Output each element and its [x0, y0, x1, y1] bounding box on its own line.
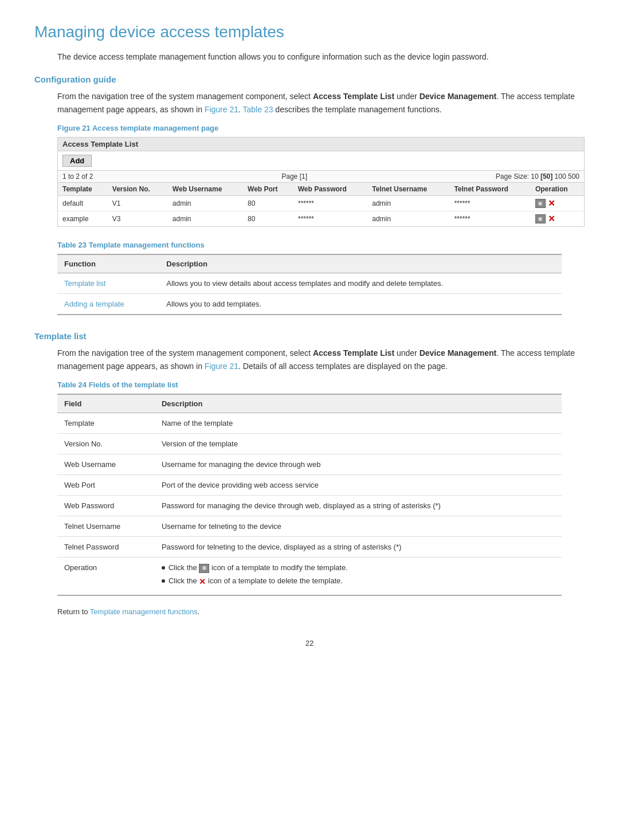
operation-cell: ⊞ ✕: [531, 211, 584, 227]
config-guide-heading: Configuration guide: [34, 74, 585, 84]
config-text-part2: under: [394, 92, 420, 101]
table-row: defaultV1admin80******admin****** ⊞ ✕: [58, 196, 584, 211]
col-template: Template: [58, 183, 108, 196]
desc-cell: Name of the template: [155, 413, 562, 433]
desc-cell: Password for managing the device through…: [155, 495, 562, 516]
table-cell: 80: [243, 196, 293, 211]
function-cell: Adding a template: [57, 294, 159, 315]
delete-inline-icon: ✕: [199, 576, 206, 586]
modify-icon[interactable]: ⊞: [535, 199, 546, 208]
template-list-text: From the navigation tree of the system m…: [57, 347, 585, 372]
table24: Field Description TemplateName of the te…: [57, 394, 562, 596]
field-cell: Web Password: [57, 495, 155, 516]
config-text-part5: describes the template management functi…: [273, 105, 441, 114]
template-mgmt-link[interactable]: Template management functions: [90, 607, 198, 616]
table-row: Template listAllows you to view details …: [57, 273, 562, 294]
config-text-part1: From the navigation tree of the system m…: [57, 92, 313, 101]
pagination-range: 1 to 2 of 2: [62, 172, 93, 180]
field-cell: Web Port: [57, 474, 155, 495]
function-link[interactable]: Adding a template: [64, 300, 124, 308]
field-cell: Version No.: [57, 433, 155, 454]
col-operation: Operation: [531, 183, 584, 196]
desc-cell: Version of the template: [155, 433, 562, 454]
tl-bold2: Device Management: [420, 348, 497, 358]
table24-col-description: Description: [155, 394, 562, 413]
table23-header-row: Function Description: [57, 254, 562, 273]
table-row: Web PasswordPassword for managing the de…: [57, 495, 562, 516]
delete-icon[interactable]: ✕: [548, 214, 555, 224]
function-cell: Template list: [57, 273, 159, 294]
config-bold2: Device Management: [420, 92, 497, 101]
pagination-page: Page [1]: [281, 172, 307, 180]
table-row: Telnet UsernameUsername for telneting to…: [57, 516, 562, 536]
at-box-header: Access Template List: [58, 138, 584, 151]
function-link[interactable]: Template list: [64, 279, 105, 288]
table-cell: ******: [293, 196, 368, 211]
delete-icon[interactable]: ✕: [548, 198, 555, 209]
table24-header-row: Field Description: [57, 394, 562, 413]
tl-text-part2: under: [394, 348, 420, 358]
table-cell: example: [58, 211, 108, 227]
field-cell: Web Username: [57, 454, 155, 474]
template-list-heading: Template list: [34, 331, 585, 341]
table23-link[interactable]: Table 23: [243, 105, 273, 114]
op-icons: ⊞ ✕: [535, 214, 579, 224]
bullet-delete: Click the ✕ icon of a template to delete…: [162, 576, 555, 586]
table-row: Operation Click the ⊞ icon of a template…: [57, 557, 562, 595]
description-cell: Allows you to add templates.: [159, 294, 562, 315]
tl-figure21-link[interactable]: Figure 21: [205, 362, 238, 371]
table-cell: ******: [449, 196, 530, 211]
tl-bold1: Access Template List: [313, 348, 394, 358]
tl-text-part1: From the navigation tree of the system m…: [57, 348, 313, 358]
table23-title: Table 23 Template management functions: [57, 241, 585, 249]
at-table-header-row: Template Version No. Web Username Web Po…: [58, 183, 584, 196]
col-telnet-username: Telnet Username: [367, 183, 449, 196]
bullet-dot-2: [162, 579, 165, 583]
return-period: .: [198, 607, 200, 616]
tl-text-part4: . Details of all access templates are di…: [238, 362, 448, 371]
operation-cell: ⊞ ✕: [531, 196, 584, 211]
desc-cell: Click the ⊞ icon of a template to modify…: [155, 557, 562, 595]
op-icons: ⊞ ✕: [535, 198, 579, 209]
config-guide-text: From the navigation tree of the system m…: [57, 90, 585, 116]
table-cell: admin: [367, 196, 449, 211]
page-title: Managing device access templates: [34, 23, 585, 41]
table-row: Web UsernameUsername for managing the de…: [57, 454, 562, 474]
bullet-delete-text: Click the ✕ icon of a template to delete…: [169, 576, 343, 586]
figure21-link[interactable]: Figure 21: [205, 105, 238, 114]
desc-cell: Username for telneting to the device: [155, 516, 562, 536]
table-row: Telnet PasswordPassword for telneting to…: [57, 536, 562, 557]
intro-text: The device access template management fu…: [57, 50, 585, 63]
config-bold1: Access Template List: [313, 92, 394, 101]
operation-bullets: Click the ⊞ icon of a template to modify…: [162, 563, 555, 586]
table-cell: admin: [168, 211, 243, 227]
description-cell: Allows you to view details about access …: [159, 273, 562, 294]
field-cell: Telnet Password: [57, 536, 155, 557]
table-row: Version No.Version of the template: [57, 433, 562, 454]
table-cell: ******: [293, 211, 368, 227]
table-cell: V3: [108, 211, 168, 227]
table-row: Adding a templateAllows you to add templ…: [57, 294, 562, 315]
table-cell: admin: [367, 211, 449, 227]
bullet-dot-1: [162, 566, 165, 570]
col-telnet-password: Telnet Password: [449, 183, 530, 196]
table-cell: default: [58, 196, 108, 211]
table-cell: 80: [243, 211, 293, 227]
table23: Function Description Template listAllows…: [57, 254, 562, 315]
col-web-username: Web Username: [168, 183, 243, 196]
modify-icon[interactable]: ⊞: [535, 214, 546, 223]
access-template-table: Template Version No. Web Username Web Po…: [58, 183, 584, 226]
add-button[interactable]: Add: [62, 155, 92, 167]
at-pagination: 1 to 2 of 2 Page [1] Page Size: 10 [50] …: [58, 171, 584, 183]
page-number: 22: [34, 639, 585, 647]
bullet-modify-text: Click the ⊞ icon of a template to modify…: [169, 563, 348, 573]
desc-cell: Port of the device providing web access …: [155, 474, 562, 495]
field-cell: Telnet Username: [57, 516, 155, 536]
config-text-part4: .: [238, 105, 243, 114]
pagination-size: Page Size: 10 [50] 100 500: [496, 172, 579, 180]
field-cell: Template: [57, 413, 155, 433]
template-list-section: Template list From the navigation tree o…: [34, 331, 585, 596]
figure21-title: Figure 21 Access template management pag…: [57, 124, 585, 132]
table-cell: admin: [168, 196, 243, 211]
col-version: Version No.: [108, 183, 168, 196]
